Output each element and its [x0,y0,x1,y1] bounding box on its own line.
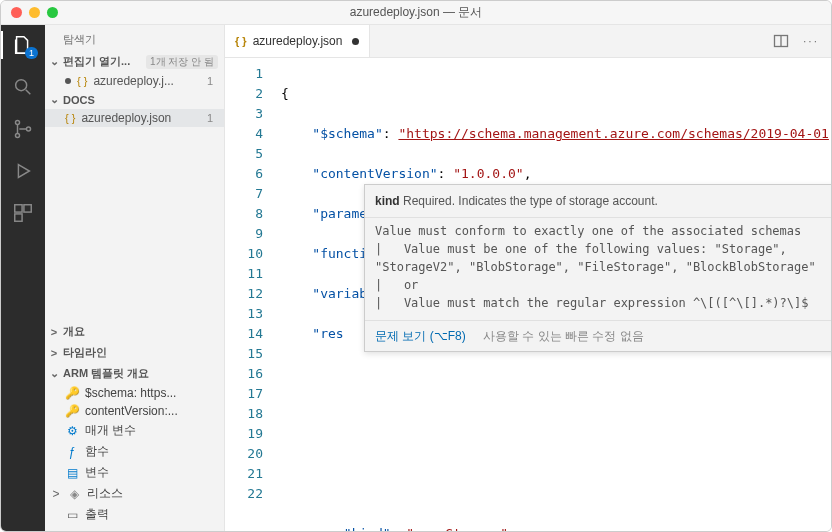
unsaved-tag: 1개 저장 안 됨 [146,55,218,69]
arm-outline-header[interactable]: ⌄ ARM 템플릿 개요 [45,363,224,384]
svg-point-3 [26,127,30,131]
sidebar-title: 탐색기 [45,25,224,51]
view-problem-link[interactable]: 문제 보기 (⌥F8) [375,329,466,343]
outline-header-2[interactable]: > 타임라인 [45,342,224,363]
more-icon[interactable]: ··· [803,34,819,48]
key-icon: 🔑 [65,386,79,400]
resource-icon: ◈ [67,487,81,501]
svg-point-2 [15,133,19,137]
tabs: { } azuredeploy.json ··· [225,25,831,58]
source-control-icon[interactable] [11,117,35,141]
hover-body: Value must conform to exactly one of the… [365,217,831,320]
chevron-right-icon: > [49,347,59,359]
open-editor-count: 1 [202,75,218,87]
svg-point-0 [16,80,27,91]
chevron-down-icon: ⌄ [49,93,59,106]
modified-dot-icon [352,38,359,45]
hover-header: kind Required. Indicates the type of sto… [365,185,831,217]
outline-parameters[interactable]: ⚙매개 변수 [45,420,224,441]
open-editor-name: azuredeploy.j... [93,74,195,88]
outline-functions[interactable]: ƒ함수 [45,441,224,462]
explorer-icon[interactable]: 1 [11,33,35,57]
modified-dot-icon [65,78,71,84]
hover-footer: 문제 보기 (⌥F8) 사용할 수 있는 빠른 수정 없음 [365,320,831,351]
split-editor-icon[interactable] [773,33,789,49]
outline-schema[interactable]: 🔑$schema: https... [45,384,224,402]
svg-point-1 [15,121,19,125]
line-gutter: 12345678910111213141516171819202122 [225,58,277,531]
chevron-right-icon: > [49,326,59,338]
key-icon: 🔑 [65,404,79,418]
function-icon: ƒ [65,445,79,459]
outline-header-1[interactable]: > 개요 [45,321,224,342]
tab-label: azuredeploy.json [253,34,343,48]
no-quickfix-label: 사용할 수 있는 빠른 수정 없음 [483,329,644,343]
docs-header[interactable]: ⌄ DOCS [45,90,224,109]
file-problem-count: 1 [202,112,218,124]
svg-rect-4 [15,205,22,212]
editor-area: { } azuredeploy.json ··· 123456789101112… [225,25,831,531]
gear-icon: ⚙ [65,424,79,438]
output-icon: ▭ [65,508,79,522]
outline-contentversion[interactable]: 🔑contentVersion:... [45,402,224,420]
activity-bar: 1 [1,25,45,531]
outline-outputs[interactable]: ▭출력 [45,504,224,525]
file-name: azuredeploy.json [81,111,195,125]
variable-icon: ▤ [65,466,79,480]
json-icon: { } [235,35,247,47]
explorer-badge: 1 [25,47,38,59]
svg-rect-5 [24,205,31,212]
open-editors-label: 편집기 열기... [63,54,130,69]
chevron-down-icon: ⌄ [49,367,59,380]
sidebar: 탐색기 ⌄ 편집기 열기... 1개 저장 안 됨 { } azuredeplo… [45,25,225,531]
run-debug-icon[interactable] [11,159,35,183]
outline-variables[interactable]: ▤변수 [45,462,224,483]
open-editor-item[interactable]: { } azuredeploy.j... 1 [45,72,224,90]
chevron-right-icon: > [51,487,61,501]
extensions-icon[interactable] [11,201,35,225]
hover-tooltip: kind Required. Indicates the type of sto… [364,184,831,352]
tab-azuredeploy[interactable]: { } azuredeploy.json [225,25,370,57]
chevron-down-icon: ⌄ [49,55,59,68]
outline-resources[interactable]: >◈리소스 [45,483,224,504]
svg-rect-6 [15,214,22,221]
titlebar: azuredeploy.json — 문서 [1,1,831,25]
search-icon[interactable] [11,75,35,99]
docs-label: DOCS [63,94,95,106]
window-title: azuredeploy.json — 문서 [1,4,831,21]
file-item[interactable]: { } azuredeploy.json 1 [45,109,224,127]
editor[interactable]: 12345678910111213141516171819202122 { "$… [225,58,831,531]
open-editors-header[interactable]: ⌄ 편집기 열기... 1개 저장 안 됨 [45,51,224,72]
